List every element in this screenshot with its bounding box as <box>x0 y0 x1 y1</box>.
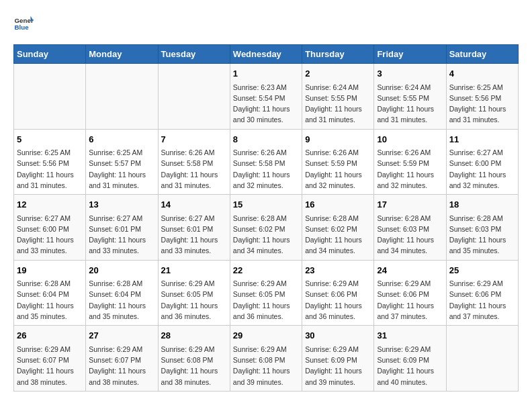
day-info: Sunrise: 6:29 AM Sunset: 6:06 PM Dayligh… <box>377 278 443 322</box>
day-number: 9 <box>305 133 371 146</box>
logo: General Blue <box>13 13 37 34</box>
weekday-header-tuesday: Tuesday <box>158 45 230 64</box>
page-header: General Blue <box>13 13 519 34</box>
weekday-header-monday: Monday <box>86 45 158 64</box>
calendar-cell: 25Sunrise: 6:29 AM Sunset: 6:06 PM Dayli… <box>446 260 518 326</box>
calendar-cell: 22Sunrise: 6:29 AM Sunset: 6:05 PM Dayli… <box>230 260 302 326</box>
day-number: 31 <box>377 329 443 342</box>
day-info: Sunrise: 6:29 AM Sunset: 6:05 PM Dayligh… <box>161 278 227 322</box>
day-number: 15 <box>233 198 299 212</box>
day-number: 16 <box>305 198 371 212</box>
calendar-cell: 14Sunrise: 6:27 AM Sunset: 6:01 PM Dayli… <box>158 195 230 261</box>
weekday-header-friday: Friday <box>374 45 446 64</box>
calendar-cell <box>86 64 158 130</box>
day-info: Sunrise: 6:29 AM Sunset: 6:06 PM Dayligh… <box>449 278 515 322</box>
calendar-cell: 23Sunrise: 6:29 AM Sunset: 6:06 PM Dayli… <box>302 260 374 326</box>
day-info: Sunrise: 6:29 AM Sunset: 6:08 PM Dayligh… <box>161 344 227 387</box>
day-number: 29 <box>233 329 299 342</box>
calendar-header: SundayMondayTuesdayWednesdayThursdayFrid… <box>14 45 519 64</box>
day-number: 17 <box>377 198 443 212</box>
day-info: Sunrise: 6:29 AM Sunset: 6:06 PM Dayligh… <box>305 278 371 322</box>
day-info: Sunrise: 6:28 AM Sunset: 6:03 PM Dayligh… <box>377 213 443 257</box>
day-number: 12 <box>17 198 83 212</box>
calendar-cell <box>14 64 86 130</box>
day-info: Sunrise: 6:28 AM Sunset: 6:02 PM Dayligh… <box>233 213 299 257</box>
calendar-week-1: 1Sunrise: 6:23 AM Sunset: 5:54 PM Daylig… <box>14 64 519 130</box>
day-info: Sunrise: 6:25 AM Sunset: 5:56 PM Dayligh… <box>17 147 83 191</box>
day-info: Sunrise: 6:28 AM Sunset: 6:04 PM Dayligh… <box>89 278 154 322</box>
day-number: 20 <box>89 264 154 277</box>
day-info: Sunrise: 6:25 AM Sunset: 5:57 PM Dayligh… <box>89 147 154 191</box>
calendar-cell: 19Sunrise: 6:28 AM Sunset: 6:04 PM Dayli… <box>14 260 86 326</box>
calendar-cell: 8Sunrise: 6:26 AM Sunset: 5:58 PM Daylig… <box>230 129 302 195</box>
calendar-week-4: 19Sunrise: 6:28 AM Sunset: 6:04 PM Dayli… <box>14 260 519 326</box>
day-number: 11 <box>449 133 515 146</box>
weekday-header-wednesday: Wednesday <box>230 45 302 64</box>
calendar-week-5: 26Sunrise: 6:29 AM Sunset: 6:07 PM Dayli… <box>14 326 519 392</box>
day-info: Sunrise: 6:24 AM Sunset: 5:55 PM Dayligh… <box>305 82 371 126</box>
calendar-cell: 26Sunrise: 6:29 AM Sunset: 6:07 PM Dayli… <box>14 326 86 392</box>
calendar-cell: 12Sunrise: 6:27 AM Sunset: 6:00 PM Dayli… <box>14 195 86 261</box>
calendar-cell: 29Sunrise: 6:29 AM Sunset: 6:08 PM Dayli… <box>230 326 302 392</box>
day-info: Sunrise: 6:28 AM Sunset: 6:03 PM Dayligh… <box>449 213 515 257</box>
day-number: 25 <box>449 264 515 277</box>
day-number: 4 <box>449 67 515 81</box>
day-number: 22 <box>233 264 299 277</box>
day-number: 26 <box>17 329 83 342</box>
calendar-cell: 16Sunrise: 6:28 AM Sunset: 6:02 PM Dayli… <box>302 195 374 261</box>
calendar-cell: 28Sunrise: 6:29 AM Sunset: 6:08 PM Dayli… <box>158 326 230 392</box>
day-info: Sunrise: 6:27 AM Sunset: 6:01 PM Dayligh… <box>89 213 154 257</box>
calendar-cell: 2Sunrise: 6:24 AM Sunset: 5:55 PM Daylig… <box>302 64 374 130</box>
day-number: 6 <box>89 133 154 146</box>
day-number: 24 <box>377 264 443 277</box>
day-number: 28 <box>161 329 227 342</box>
calendar-cell: 1Sunrise: 6:23 AM Sunset: 5:54 PM Daylig… <box>230 64 302 130</box>
calendar-cell: 4Sunrise: 6:25 AM Sunset: 5:56 PM Daylig… <box>446 64 518 130</box>
day-number: 8 <box>233 133 299 146</box>
calendar-cell: 3Sunrise: 6:24 AM Sunset: 5:55 PM Daylig… <box>374 64 446 130</box>
calendar-cell: 30Sunrise: 6:29 AM Sunset: 6:09 PM Dayli… <box>302 326 374 392</box>
day-info: Sunrise: 6:28 AM Sunset: 6:04 PM Dayligh… <box>17 278 83 322</box>
day-number: 7 <box>161 133 227 146</box>
day-info: Sunrise: 6:26 AM Sunset: 5:58 PM Dayligh… <box>233 147 299 191</box>
day-info: Sunrise: 6:29 AM Sunset: 6:05 PM Dayligh… <box>233 278 299 322</box>
calendar-cell: 10Sunrise: 6:26 AM Sunset: 5:59 PM Dayli… <box>374 129 446 195</box>
calendar-cell: 20Sunrise: 6:28 AM Sunset: 6:04 PM Dayli… <box>86 260 158 326</box>
day-number: 10 <box>377 133 443 146</box>
calendar-cell: 27Sunrise: 6:29 AM Sunset: 6:07 PM Dayli… <box>86 326 158 392</box>
day-info: Sunrise: 6:24 AM Sunset: 5:55 PM Dayligh… <box>377 82 443 126</box>
day-info: Sunrise: 6:29 AM Sunset: 6:09 PM Dayligh… <box>305 344 371 387</box>
day-number: 1 <box>233 67 299 81</box>
day-info: Sunrise: 6:26 AM Sunset: 5:59 PM Dayligh… <box>305 147 371 191</box>
day-info: Sunrise: 6:29 AM Sunset: 6:08 PM Dayligh… <box>233 344 299 387</box>
calendar-cell <box>158 64 230 130</box>
svg-text:Blue: Blue <box>15 24 30 31</box>
calendar-cell: 5Sunrise: 6:25 AM Sunset: 5:56 PM Daylig… <box>14 129 86 195</box>
day-info: Sunrise: 6:23 AM Sunset: 5:54 PM Dayligh… <box>233 82 299 126</box>
day-number: 23 <box>305 264 371 277</box>
day-info: Sunrise: 6:27 AM Sunset: 6:00 PM Dayligh… <box>17 213 83 257</box>
day-number: 18 <box>449 198 515 212</box>
day-info: Sunrise: 6:27 AM Sunset: 6:01 PM Dayligh… <box>161 213 227 257</box>
day-info: Sunrise: 6:27 AM Sunset: 6:00 PM Dayligh… <box>449 147 515 191</box>
day-number: 3 <box>377 67 443 81</box>
weekday-header-thursday: Thursday <box>302 45 374 64</box>
day-info: Sunrise: 6:26 AM Sunset: 5:59 PM Dayligh… <box>377 147 443 191</box>
day-info: Sunrise: 6:25 AM Sunset: 5:56 PM Dayligh… <box>449 82 515 126</box>
calendar-week-2: 5Sunrise: 6:25 AM Sunset: 5:56 PM Daylig… <box>14 129 519 195</box>
day-number: 19 <box>17 264 83 277</box>
day-number: 5 <box>17 133 83 146</box>
day-number: 13 <box>89 198 154 212</box>
calendar-cell: 31Sunrise: 6:29 AM Sunset: 6:09 PM Dayli… <box>374 326 446 392</box>
calendar-cell: 15Sunrise: 6:28 AM Sunset: 6:02 PM Dayli… <box>230 195 302 261</box>
calendar-cell: 9Sunrise: 6:26 AM Sunset: 5:59 PM Daylig… <box>302 129 374 195</box>
day-number: 21 <box>161 264 227 277</box>
calendar-cell: 18Sunrise: 6:28 AM Sunset: 6:03 PM Dayli… <box>446 195 518 261</box>
day-info: Sunrise: 6:29 AM Sunset: 6:07 PM Dayligh… <box>17 344 83 387</box>
day-info: Sunrise: 6:29 AM Sunset: 6:09 PM Dayligh… <box>377 344 443 387</box>
day-info: Sunrise: 6:29 AM Sunset: 6:07 PM Dayligh… <box>89 344 154 387</box>
calendar-week-3: 12Sunrise: 6:27 AM Sunset: 6:00 PM Dayli… <box>14 195 519 261</box>
day-number: 30 <box>305 329 371 342</box>
calendar-cell: 7Sunrise: 6:26 AM Sunset: 5:58 PM Daylig… <box>158 129 230 195</box>
calendar-cell: 6Sunrise: 6:25 AM Sunset: 5:57 PM Daylig… <box>86 129 158 195</box>
